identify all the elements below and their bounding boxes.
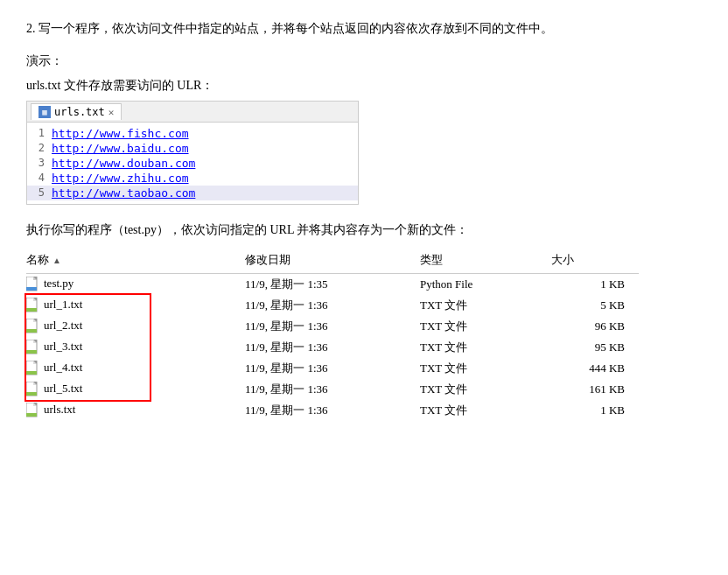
col-header-date: 修改日期 — [245, 249, 420, 274]
line-url: http://www.taobao.com — [52, 186, 195, 200]
file-type: Python File — [420, 274, 551, 296]
file-name: url_3.txt — [26, 340, 82, 353]
file-name: test.py — [26, 277, 74, 290]
table-row[interactable]: url_1.txt11/9, 星期一 1:36TXT 文件5 KB — [26, 295, 639, 316]
col-header-name: 名称 ▲ — [26, 249, 245, 274]
table-row[interactable]: url_3.txt11/9, 星期一 1:36TXT 文件95 KB — [26, 337, 639, 358]
svg-rect-19 — [26, 371, 37, 375]
file-date: 11/9, 星期一 1:36 — [245, 316, 420, 337]
table-row[interactable]: url_2.txt11/9, 星期一 1:36TXT 文件96 KB — [26, 316, 639, 337]
line-number: 5 — [27, 186, 52, 200]
table-row[interactable]: urls.txt11/9, 星期一 1:36TXT 文件1 KB — [26, 400, 639, 421]
line-url: http://www.zhihu.com — [52, 172, 189, 185]
table-row[interactable]: test.py11/9, 星期一 1:35Python File1 KB — [26, 274, 639, 296]
line-number: 3 — [27, 157, 52, 170]
line-number: 4 — [27, 172, 52, 185]
editor-line: 4 http://www.zhihu.com — [27, 171, 358, 186]
svg-rect-15 — [26, 350, 37, 354]
txt-file-icon — [26, 361, 40, 376]
file-date: 11/9, 星期一 1:36 — [245, 358, 420, 379]
file-name-text: urls.txt — [44, 403, 75, 416]
file-size: 161 KB — [551, 379, 639, 400]
txt-file-icon — [26, 319, 40, 334]
file-name: url_2.txt — [26, 319, 82, 332]
exec-desc: 执行你写的程序（test.py），依次访问指定的 URL 并将其内容存为一个新的… — [26, 222, 702, 238]
file-date: 11/9, 星期一 1:36 — [245, 337, 420, 358]
svg-rect-23 — [26, 392, 37, 396]
file-type: TXT 文件 — [420, 379, 551, 400]
file-date: 11/9, 星期一 1:36 — [245, 400, 420, 421]
editor-line: 2 http://www.baidu.com — [27, 141, 358, 156]
file-tab-icon: ▦ — [38, 106, 51, 118]
file-size: 95 KB — [551, 337, 639, 358]
editor-tab-name: urls.txt — [54, 106, 105, 118]
file-date: 11/9, 星期一 1:35 — [245, 274, 420, 296]
code-editor: ▦ urls.txt ✕ 1 http://www.fishc.com 2 ht… — [26, 101, 359, 205]
file-date: 11/9, 星期一 1:36 — [245, 295, 420, 316]
table-row[interactable]: url_4.txt11/9, 星期一 1:36TXT 文件444 KB — [26, 358, 639, 379]
file-name-text: url_1.txt — [44, 298, 82, 311]
file-name: url_1.txt — [26, 298, 82, 311]
file-name: urls.txt — [26, 403, 75, 416]
file-size: 5 KB — [551, 295, 639, 316]
editor-line: 3 http://www.douban.com — [27, 156, 358, 171]
sort-arrow-icon: ▲ — [52, 256, 61, 265]
line-url: http://www.fishc.com — [52, 127, 189, 140]
file-size: 96 KB — [551, 316, 639, 337]
file-size: 1 KB — [551, 274, 639, 296]
line-url: http://www.douban.com — [52, 157, 195, 170]
py-file-icon — [26, 277, 40, 292]
file-name-text: test.py — [44, 277, 74, 290]
file-type: TXT 文件 — [420, 295, 551, 316]
file-type: TXT 文件 — [420, 316, 551, 337]
file-name-text: url_5.txt — [44, 382, 82, 395]
svg-rect-11 — [26, 329, 37, 333]
urls-desc: urls.txt 文件存放需要访问的 ULR： — [26, 78, 702, 94]
editor-line: 1 http://www.fishc.com — [27, 126, 358, 141]
editor-line: 5 http://www.taobao.com — [27, 186, 358, 200]
txt-file-icon — [26, 403, 40, 418]
line-number: 1 — [27, 127, 52, 140]
file-name-text: url_4.txt — [44, 361, 82, 374]
file-type: TXT 文件 — [420, 400, 551, 421]
svg-rect-27 — [26, 413, 37, 417]
table-row[interactable]: url_5.txt11/9, 星期一 1:36TXT 文件161 KB — [26, 379, 639, 400]
txt-file-icon — [26, 340, 40, 355]
line-number: 2 — [27, 142, 52, 155]
editor-content: 1 http://www.fishc.com 2 http://www.baid… — [27, 123, 358, 204]
txt-file-icon — [26, 382, 40, 397]
intro-text: 2. 写一个程序，依次访问文件中指定的站点，并将每个站点返回的内容依次存放到不同… — [26, 18, 702, 39]
editor-tab[interactable]: ▦ urls.txt ✕ — [31, 103, 122, 120]
svg-rect-7 — [26, 308, 37, 312]
svg-rect-3 — [26, 287, 37, 291]
txt-file-icon — [26, 298, 40, 313]
file-type: TXT 文件 — [420, 358, 551, 379]
editor-tab-bar: ▦ urls.txt ✕ — [27, 102, 358, 123]
file-size: 444 KB — [551, 358, 639, 379]
file-date: 11/9, 星期一 1:36 — [245, 379, 420, 400]
file-name-text: url_2.txt — [44, 319, 82, 332]
line-url: http://www.baidu.com — [52, 142, 189, 155]
file-name-text: url_3.txt — [44, 340, 82, 353]
file-name: url_5.txt — [26, 382, 82, 395]
col-header-size: 大小 — [551, 249, 639, 274]
file-table: 名称 ▲ 修改日期 类型 大小 test.py11/9, 星期一 1:35Pyt… — [26, 249, 639, 421]
col-header-type: 类型 — [420, 249, 551, 274]
file-name: url_4.txt — [26, 361, 82, 374]
file-type: TXT 文件 — [420, 337, 551, 358]
editor-tab-close[interactable]: ✕ — [108, 107, 115, 118]
file-size: 1 KB — [551, 400, 639, 421]
demo-label: 演示： — [26, 53, 702, 69]
